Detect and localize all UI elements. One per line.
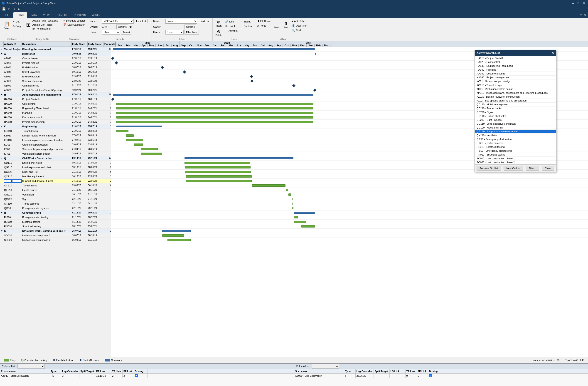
gantt-row[interactable] (111, 206, 588, 211)
qa-run-button[interactable]: ▶ (17, 7, 21, 11)
table-row[interactable]: HA040 Planning 21/01/19 14/02/21 3656 (0, 110, 111, 115)
list-item[interactable]: KC01 - Ground support design (475, 80, 556, 83)
predecessor-column-list-dropdown[interactable] (18, 364, 45, 368)
link-button[interactable]: 🔗 Link (224, 20, 238, 24)
expand-cell[interactable]: ▼ (0, 212, 4, 214)
gantt-row[interactable] (111, 188, 588, 192)
outdent-button[interactable]: ← Outdent (239, 24, 253, 28)
table-row[interactable]: AZ070 Commissioning 01/12/20 01/12/20 0 (0, 83, 111, 88)
gantt-row[interactable] (111, 201, 588, 206)
auto-filter-button[interactable]: ▾ Auto Filter (291, 19, 308, 23)
table-row[interactable]: AZ050 End Excavation 22/06/20 22/06/20 0 (0, 74, 111, 79)
list-item[interactable]: RN010 - Structural testing (475, 153, 556, 157)
expand-cell[interactable]: ▼ (0, 125, 4, 128)
table-row[interactable]: AZ040 Start Excavation 09/10/19 09/10/19… (0, 70, 111, 74)
succ-col[interactable]: Successor (294, 369, 344, 373)
table-row[interactable]: ▼ A Milestones 19/02/21 19/02/21 (0, 52, 111, 56)
qa-undo-button[interactable]: ↩ (7, 7, 11, 11)
close-button[interactable]: ✕ (582, 1, 586, 5)
list-item[interactable]: HA050 - Document control (475, 72, 556, 76)
table-row[interactable]: HA020 Cost control 21/01/19 14/02/21 365… (0, 102, 111, 106)
insert-button[interactable]: ⊕ Insert (214, 19, 223, 28)
list-item[interactable]: QD110 - Drilling shot holes (475, 114, 556, 118)
pred-col[interactable]: Predecessor (0, 369, 50, 373)
table-row[interactable]: QH210 Ventilation 10/11/20 21/11/20 828 (0, 192, 111, 197)
qa-save-button[interactable]: 💾 (2, 7, 6, 11)
gantt-row[interactable] (111, 229, 588, 233)
dialog-list[interactable]: AZ010 - Contract AwardAZ020 - Project Ki… (475, 56, 556, 165)
pred-ff-col[interactable]: FF Link (123, 369, 134, 373)
table-row[interactable]: QC110 Mobilize equipment 14/10/19 22/06/… (0, 174, 111, 179)
table-row[interactable]: HA060 Project management 21/01/19 14/02/… (0, 120, 111, 124)
expand-cell[interactable]: ▼ (0, 230, 4, 232)
schedule-juggler-button[interactable]: ○ Schedule Juggler (63, 19, 86, 23)
table-row[interactable]: QT210 Traffic cameras 22/11/20 24/11/20 … (0, 201, 111, 206)
table-row[interactable]: KC010 Tunnel design 21/01/19 08/03/19 28… (0, 129, 111, 133)
succ-driving-checkbox[interactable] (429, 374, 432, 377)
tab-view[interactable]: VIEW (40, 12, 53, 18)
table-row[interactable]: AZ010 Contract Award 07/01/19 07/01/19 0 (0, 56, 111, 61)
early-finish-header[interactable]: Early Finish (88, 42, 104, 46)
options-button[interactable]: Options (116, 24, 128, 29)
tab-home[interactable]: HOME (13, 12, 27, 18)
succ-ff-col[interactable]: FF Link (417, 369, 428, 373)
expand-cell[interactable]: ▼ (0, 157, 4, 159)
list-item[interactable]: QE210 - Light Fixtures (475, 118, 556, 122)
table-row[interactable]: AZ020 Project Kick-off 21/01/19 21/01/19… (0, 61, 111, 65)
gantt-row[interactable] (111, 233, 588, 238)
gantt-row[interactable] (111, 211, 588, 215)
table-row[interactable]: ▼ K Engineering 21/01/19 15/07/19 1762 (0, 124, 111, 129)
list-item[interactable]: QC110 - Mobilize equipment (475, 103, 556, 107)
unlink-button[interactable]: ⛓ Unlink (224, 24, 238, 28)
succ-ls-col[interactable]: LS Link (390, 369, 405, 373)
list-item[interactable]: KZ010 - Design review for construction (475, 95, 556, 99)
close-dialog-button[interactable]: Close (542, 166, 554, 171)
filter-name-dropdown[interactable]: Name (166, 19, 197, 24)
paste-button[interactable]: 📋 Paste (2, 19, 11, 32)
list-item[interactable]: HA030 - Engineering Team Lead (475, 64, 556, 68)
table-row[interactable]: AZ060 Start construction 23/06/20 23/06/… (0, 79, 111, 83)
next-on-list-button[interactable]: Next On List (504, 166, 523, 171)
list-item[interactable]: SO020 - Unit construction phase 2 (475, 161, 556, 164)
list-item[interactable]: KH01 - Ventilation system design (475, 87, 556, 91)
break-button[interactable]: ⋯ Break (272, 19, 281, 31)
list-item[interactable]: RI010 - Emergency alert testing (475, 149, 556, 153)
list-item[interactable]: QG120 - Muck and Hull (475, 126, 556, 130)
table-row[interactable]: QD110 Drilling shot holes 09/10/19 17/06… (0, 161, 111, 165)
gantt-row[interactable] (111, 192, 588, 197)
table-row[interactable]: ▼ H Administration and Management 07/01/… (0, 92, 111, 97)
activity-id-header[interactable]: Activity ID (4, 42, 22, 46)
tab-admin[interactable]: ADMIN (89, 12, 103, 18)
table-row[interactable]: SO020 Unit construction phase 2 05/08/19… (0, 238, 111, 242)
gantt-row[interactable] (111, 197, 588, 201)
list-item[interactable]: QT210 - Traffic cameras (475, 141, 556, 145)
gantt-row[interactable] (111, 215, 588, 220)
table-row[interactable]: QG120 Muck and Hull 11/10/19 19/06/20 54… (0, 170, 111, 174)
limit-list-button[interactable]: Limit List (135, 19, 147, 23)
users-dropdown[interactable]: User (102, 30, 120, 35)
list-item[interactable]: HA040 - Planning (475, 68, 556, 72)
assign-fields-button[interactable]: ⊞ Assign Field Packages Assign Link Fiel… (25, 19, 60, 31)
table-row[interactable]: ▼ R Commissioning 01/12/20 19/02/21 1616 (0, 211, 111, 215)
id-renumbering-button[interactable]: ID Renumbering (32, 27, 59, 30)
gantt-row[interactable] (111, 220, 588, 224)
gantt-row[interactable] (111, 224, 588, 229)
list-item[interactable]: SO010 - Unit construction phase 1 (475, 157, 556, 161)
list-item[interactable]: QG110 - Load explosives and blast (475, 122, 556, 126)
table-row[interactable]: QE210 Light Fixtures 31/10/20 09/11/20 1… (0, 188, 111, 192)
filter-now-button[interactable]: Filter Now (185, 30, 199, 35)
table-row[interactable]: KP010 Inspection plans, assessment and r… (0, 138, 111, 142)
gantt-row[interactable] (111, 174, 588, 179)
sort-button[interactable]: ⇅ Sort (282, 19, 290, 31)
fonts-button[interactable]: A Fonts (256, 24, 272, 28)
tab-file[interactable]: FILE (2, 12, 13, 18)
table-row[interactable]: ▼ Tunnel Project Planning the new tunnel… (0, 47, 111, 52)
maximize-button[interactable]: □ (576, 1, 581, 5)
user-filter-button[interactable]: 👤 User Filter (291, 24, 308, 28)
list-item[interactable]: HA010 - Project Start-Up (475, 56, 556, 60)
table-row[interactable]: SO010 Unit construction phase 1 16/07/19… (0, 233, 111, 238)
indent-button[interactable]: → Indent (239, 20, 253, 24)
pred-type-col[interactable]: Type (50, 369, 61, 373)
copy-button[interactable]: ⧉ Copy (12, 24, 22, 28)
expand-cell[interactable]: ▼ (0, 48, 4, 50)
